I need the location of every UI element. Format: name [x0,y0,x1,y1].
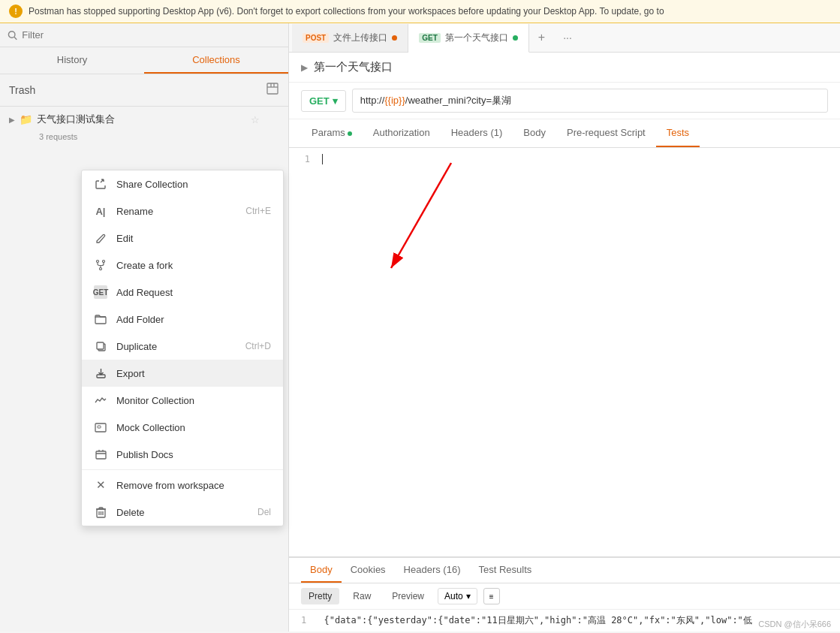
menu-remove-label: Remove from workspace [116,480,271,491]
svg-rect-9 [97,342,104,349]
svg-point-3 [97,261,99,263]
nav-tab-headers[interactable]: Headers (1) [441,119,513,147]
collection-expand-icon: ▶ [9,116,15,124]
nav-tab-authorization[interactable]: Authorization [363,119,441,147]
rename-shortcut: Ctrl+E [245,206,271,216]
method-dropdown-icon: ▾ [333,95,338,107]
menu-item-export[interactable]: Export [82,360,283,387]
response-body: 1 {"data":{"yesterday":{"date":"11日星期六",… [289,610,840,631]
menu-share-label: Share Collection [116,179,271,190]
menu-export-label: Export [116,368,271,379]
nav-tab-tests[interactable]: Tests [656,119,700,147]
menu-item-fork[interactable]: Create a fork [82,252,283,279]
menu-mock-label: Mock Collection [116,422,271,433]
duplicate-icon [94,339,107,353]
nav-tabs-bar: Params Authorization Headers (1) Body Pr… [289,119,840,148]
auto-dropdown-icon: ▾ [466,591,471,601]
request-title-row: ▶ 第一个天气接口 [289,53,840,83]
trash-action-icon[interactable] [266,82,279,98]
menu-item-duplicate[interactable]: Duplicate Ctrl+D [82,333,283,360]
bottom-tab-body[interactable]: Body [301,558,342,583]
request-tabs-bar: POST 文件上传接口 GET 第一个天气接口 + ··· [289,23,840,53]
tab-collections[interactable]: Collections [144,47,288,74]
req-tab-get[interactable]: GET 第一个天气接口 [408,24,529,53]
add-request-icon: GET [94,285,107,299]
svg-rect-10 [97,375,105,378]
url-input-display[interactable]: http://{{ip}}/weather_mini?city=巢湖 [352,89,828,113]
format-raw-btn[interactable]: Raw [345,588,378,604]
menu-divider [82,469,283,470]
nav-tab-params[interactable]: Params [301,119,363,147]
menu-item-edit[interactable]: Edit [82,225,283,252]
svg-rect-7 [95,317,106,324]
trash-row: Trash [0,74,288,107]
watermark: CSDN @信小呆666 [758,619,831,630]
format-preview-btn[interactable]: Preview [384,588,432,604]
menu-item-publish[interactable]: Publish Docs [82,441,283,468]
trash-label: Trash [9,84,35,96]
menu-publish-label: Publish Docs [116,449,271,460]
nav-body-label: Body [523,127,546,138]
bottom-tab-cookies[interactable]: Cookies [342,558,395,583]
search-icon [8,30,17,41]
collection-star-icon[interactable]: ☆ [251,114,260,125]
tab-history[interactable]: History [0,47,144,74]
format-pretty-btn[interactable]: Pretty [301,588,339,604]
tab-unsaved-dot-get [513,35,518,41]
edit-icon [94,231,107,245]
menu-item-mock[interactable]: Mock Collection [82,414,283,441]
search-input[interactable] [22,29,281,41]
add-tab-button[interactable]: + [529,23,554,52]
bottom-tab-test-results[interactable]: Test Results [469,558,540,583]
svg-rect-2 [267,83,278,94]
method-select-dropdown[interactable]: GET ▾ [301,90,346,112]
response-line-number: 1 [301,615,306,625]
remove-icon: ✕ [94,478,107,492]
duplicate-shortcut: Ctrl+D [245,341,271,351]
warning-icon: ! [9,5,23,18]
bottom-tab-headers[interactable]: Headers (16) [395,558,470,583]
auto-select-dropdown[interactable]: Auto ▾ [438,588,477,604]
collection-requests-count: 3 requests [0,132,288,144]
warning-bar: ! Postman has stopped supporting Desktop… [0,0,840,23]
collection-name: 天气接口测试集合 [37,113,243,126]
req-tab-post[interactable]: POST 文件上传接口 [292,24,408,52]
context-menu: Share Collection A| Rename Ctrl+E Edit C… [81,170,284,526]
method-get-badge: GET [419,33,441,43]
bottom-toolbar: Pretty Raw Preview Auto ▾ ≡ [289,583,840,610]
code-editor[interactable]: 1 [289,148,840,556]
menu-item-share[interactable]: Share Collection [82,170,283,197]
menu-duplicate-label: Duplicate [116,341,236,352]
rename-icon: A| [94,204,107,218]
url-suffix: /weather_mini?city=巢湖 [405,95,511,106]
menu-item-monitor[interactable]: Monitor Collection [82,387,283,414]
menu-edit-label: Edit [116,233,271,244]
tab-unsaved-dot-post [392,35,397,41]
more-tabs-button[interactable]: ··· [554,24,581,51]
cursor [322,154,323,164]
svg-line-1 [14,37,17,39]
menu-add-folder-label: Add Folder [116,314,271,325]
monitor-icon [94,393,107,407]
menu-item-add-request[interactable]: GET Add Request [82,279,283,306]
nav-auth-label: Authorization [373,127,430,138]
export-icon [94,366,107,380]
collection-item[interactable]: ▶ 📁 天气接口测试集合 ☆ [0,107,288,132]
req-tab-get-name: 第一个天气接口 [445,32,508,44]
url-bar: GET ▾ http://{{ip}}/weather_mini?city=巢湖 [289,83,840,119]
wrap-lines-icon[interactable]: ≡ [483,588,500,604]
nav-params-label: Params [312,127,345,138]
fork-icon [94,258,107,272]
nav-tests-label: Tests [667,127,689,138]
menu-item-add-folder[interactable]: Add Folder [82,306,283,333]
nav-tab-body[interactable]: Body [513,119,556,147]
url-variable: {{ip}} [384,95,405,106]
menu-delete-label: Delete [116,507,248,518]
nav-tab-pre-request[interactable]: Pre-request Script [556,119,656,147]
menu-fork-label: Create a fork [116,260,271,271]
menu-item-delete[interactable]: Delete Del [82,499,283,526]
editor-content[interactable] [316,154,840,164]
menu-item-remove[interactable]: ✕ Remove from workspace [82,472,283,499]
menu-item-rename[interactable]: A| Rename Ctrl+E [82,197,283,225]
delete-icon [94,505,107,519]
